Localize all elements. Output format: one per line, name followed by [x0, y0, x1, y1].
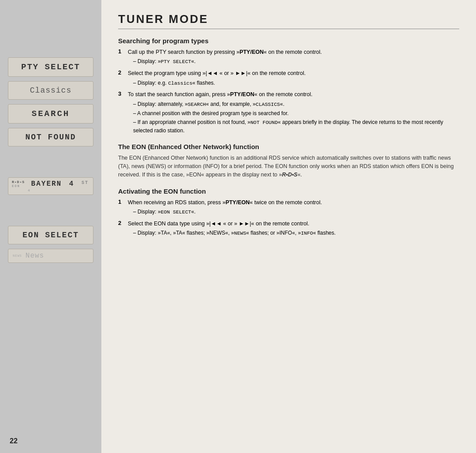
- step-1-num: 1: [118, 48, 126, 55]
- bayern-display: R•D•S EON BAYERN 4 ST 4: [8, 177, 93, 195]
- page-number: 22: [10, 437, 18, 445]
- st-tag: ST: [82, 180, 89, 185]
- search-display: SEARCH: [8, 104, 93, 124]
- searching-title: Searching for program types: [118, 37, 459, 45]
- eon-step-2-num: 2: [118, 220, 126, 226]
- step-3-sub-1: – Display: alternately, »SEARCH« and, fo…: [133, 100, 459, 109]
- rds-text: R•D•S: [12, 180, 25, 184]
- page-layout: PTY SELECT Classics SEARCH NOT FOUND R•D…: [0, 0, 476, 453]
- station-name: BAYERN: [31, 180, 62, 188]
- right-content: TUNER MODE Searching for program types 1…: [101, 0, 476, 453]
- eon-text: EON: [12, 184, 25, 188]
- displays-column: PTY SELECT Classics SEARCH NOT FOUND R•D…: [0, 0, 101, 263]
- page-title: TUNER MODE: [118, 12, 459, 29]
- rds-group: R•D•S EON: [12, 180, 25, 188]
- display-gap: [0, 146, 101, 160]
- left-bar: PTY SELECT Classics SEARCH NOT FOUND R•D…: [0, 0, 101, 453]
- display-gap3: [0, 195, 101, 208]
- eon-step-1-num: 1: [118, 198, 126, 205]
- step-2-num: 2: [118, 69, 126, 76]
- step-1-sub: – Display: »PTY SELECT«.: [133, 57, 459, 66]
- title-text: TUNER MODE: [118, 12, 208, 26]
- news-tag: NEWS: [13, 254, 22, 258]
- section-eon: The EON (Enhanced Other Network) functio…: [118, 143, 459, 180]
- eon-step-2-content: Select the EON data type using »|◄◄ « or…: [128, 220, 459, 237]
- eon-step-1: 1 When receiving an RDS station, press »…: [118, 198, 459, 216]
- step-3-sub-3: – If an appropriate channel position is …: [133, 118, 459, 135]
- step-3: 3 To start the search function again, pr…: [118, 90, 459, 135]
- step-3-text: To start the search function again, pres…: [128, 91, 312, 97]
- step-2-text: Select the program type using »|◄◄ « or …: [128, 70, 305, 76]
- step-1-text: Call up the PTY search function by press…: [128, 49, 322, 55]
- eon-step-1-text: When receiving an RDS station, press »PT…: [128, 199, 322, 206]
- pty-select-display: PTY SELECT: [8, 57, 93, 77]
- activating-title: Activating the EON function: [118, 187, 459, 195]
- display-gap4: [0, 208, 101, 221]
- eon-select-display: EON SELECT: [8, 226, 93, 244]
- eon-body: The EON (Enhanced Other Network) functio…: [118, 154, 459, 180]
- step-2-content: Select the program type using »|◄◄ « or …: [128, 69, 459, 87]
- ch-number: 4: [28, 188, 89, 192]
- step-3-content: To start the search function again, pres…: [128, 90, 459, 135]
- step-1-content: Call up the PTY search function by press…: [128, 48, 459, 66]
- eon-title: The EON (Enhanced Other Network) functio…: [118, 143, 459, 150]
- eon-step-1-content: When receiving an RDS station, press »PT…: [128, 198, 459, 216]
- eon-body-text: The EON (Enhanced Other Network) functio…: [118, 154, 459, 180]
- step-3-num: 3: [118, 90, 126, 97]
- eon-step-2: 2 Select the EON data type using »|◄◄ « …: [118, 220, 459, 237]
- eon-step-1-sub: – Display: »EON SELECT«.: [133, 208, 459, 216]
- news-text: News: [26, 252, 44, 260]
- step-2-sub: – Display: e.g. Classics« flashes.: [133, 79, 459, 87]
- display-gap2: [0, 160, 101, 173]
- eon-step-2-text: Select the EON data type using »|◄◄ « or…: [128, 221, 309, 227]
- step-1: 1 Call up the PTY search function by pre…: [118, 48, 459, 66]
- step-2: 2 Select the program type using »|◄◄ « o…: [118, 69, 459, 87]
- eon-step-2-sub: – Display: »TA«, »TA« flashes; »NEWS«, »…: [133, 229, 459, 237]
- section-activating: Activating the EON function 1 When recei…: [118, 187, 459, 237]
- step-3-sub-2: – A channel position with the desired pr…: [133, 109, 459, 118]
- news-display: NEWS News: [8, 249, 93, 263]
- not-found-display: NOT FOUND: [8, 128, 93, 146]
- section-searching: Searching for program types 1 Call up th…: [118, 37, 459, 135]
- bayern-inner: R•D•S EON BAYERN 4 ST: [12, 180, 89, 188]
- news-row: NEWS News: [13, 252, 89, 260]
- station-num: 4: [69, 180, 74, 188]
- classics-display: Classics: [8, 81, 93, 100]
